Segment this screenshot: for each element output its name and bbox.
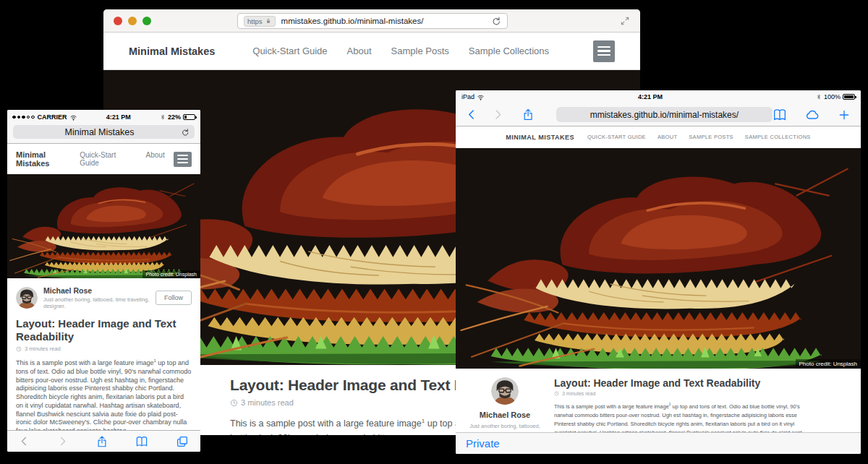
refresh-icon[interactable] xyxy=(491,16,501,26)
nav-link-quick-start[interactable]: Quick-Start Guide xyxy=(80,151,135,167)
forward-icon[interactable] xyxy=(57,436,68,447)
window-controls xyxy=(114,17,151,25)
leaves-photo xyxy=(7,174,200,278)
wifi-icon xyxy=(477,93,485,101)
refresh-icon[interactable] xyxy=(181,128,190,137)
back-icon[interactable] xyxy=(466,108,477,121)
nav-link-sample-posts[interactable]: Sample Posts xyxy=(391,46,449,56)
safari-bottom-toolbar xyxy=(7,430,200,452)
signal-strength-icon xyxy=(12,116,35,119)
carrier-label: CARRIER xyxy=(38,113,67,121)
https-label: https xyxy=(247,17,263,25)
lock-icon xyxy=(265,17,272,25)
bluetooth-icon xyxy=(160,113,166,121)
address-bar[interactable]: https mmistakes.github.io/minimal-mistak… xyxy=(237,13,508,29)
share-icon[interactable] xyxy=(95,435,109,448)
clock-icon xyxy=(230,399,238,407)
author-name: Michael Rose xyxy=(480,411,530,419)
url-text: mmistakes.github.io/minimal-mistakes/ xyxy=(590,110,739,120)
site-masthead: Minimal Mistakes Quick-Start Guide About… xyxy=(103,33,640,70)
status-time: 4:21 PM xyxy=(485,93,816,100)
battery-percent: 100% xyxy=(824,93,841,100)
post-title: Layout: Header Image and Text Readabilit… xyxy=(554,377,806,389)
forward-icon[interactable] xyxy=(492,108,503,121)
tabs-icon[interactable] xyxy=(176,435,189,448)
close-window-button[interactable] xyxy=(114,17,122,25)
status-time: 4:21 PM xyxy=(77,113,160,121)
safari-toolbar: mmistakes.github.io/minimal-mistakes/ xyxy=(456,103,861,126)
menu-button[interactable] xyxy=(174,152,192,167)
post-content: Michael Rose Just another boring, tattoo… xyxy=(7,278,200,452)
nav-link-about[interactable]: About xyxy=(347,46,372,56)
iphone-top-chrome: CARRIER 4:21 PM 22% Minimal Mistakes xyxy=(7,110,200,144)
battery-percent: 22% xyxy=(168,113,181,121)
post-meta: 3 minutes read xyxy=(554,391,806,396)
battery-icon xyxy=(843,94,855,100)
nav-link-about[interactable]: ABOUT xyxy=(658,134,677,140)
site-masthead: Minimal Mistakes Quick-Start Guide About xyxy=(7,144,200,174)
site-nav: QUICK-START GUIDE ABOUT SAMPLE POSTS SAM… xyxy=(587,134,811,140)
bookmarks-icon[interactable] xyxy=(773,108,787,122)
post-meta: 3 minutes read xyxy=(16,345,192,352)
author-bio: Just another boring, tattooed, xyxy=(469,423,540,429)
site-title[interactable]: Minimal Mistakes xyxy=(129,46,215,57)
avatar xyxy=(16,287,38,309)
clock-icon xyxy=(554,391,559,396)
ipad-safari-window: iPad 4:21 PM 100% mmistakes.github.io/mi… xyxy=(456,90,861,454)
author-name: Michael Rose xyxy=(43,286,156,295)
battery-icon xyxy=(183,114,195,120)
post-title: Layout: Header Image and Text Readabilit… xyxy=(16,317,192,343)
follow-button[interactable]: Follow xyxy=(156,291,192,305)
clock-icon xyxy=(16,346,22,352)
site-nav: Quick-Start Guide About xyxy=(80,151,165,167)
ipad-address-bar[interactable]: mmistakes.github.io/minimal-mistakes/ xyxy=(556,107,773,122)
icloud-tabs-icon[interactable] xyxy=(804,108,820,122)
iphone-address-bar[interactable]: Minimal Mistakes xyxy=(13,125,195,139)
nav-link-sample-collections[interactable]: Sample Collections xyxy=(469,46,549,56)
iphone-status-bar: CARRIER 4:21 PM 22% xyxy=(7,110,200,124)
nav-link-sample-collections[interactable]: SAMPLE COLLECTIONS xyxy=(745,134,811,140)
read-time: 3 minutes read xyxy=(25,345,61,352)
url-text: mmistakes.github.io/minimal-mistakes/ xyxy=(281,17,491,25)
new-tab-icon[interactable] xyxy=(838,108,851,121)
site-nav: Quick-Start Guide About Sample Posts Sam… xyxy=(252,46,549,56)
photo-credit: Photo credit: Unsplash xyxy=(142,270,200,278)
bookmarks-icon[interactable] xyxy=(135,435,148,448)
nav-link-sample-posts[interactable]: SAMPLE POSTS xyxy=(689,134,733,140)
author-block: Michael Rose Just another boring, tattoo… xyxy=(16,286,192,309)
device-label: iPad xyxy=(461,93,475,100)
private-label[interactable]: Private xyxy=(466,437,500,450)
private-browsing-bar: Private xyxy=(456,432,861,454)
site-masthead: MINIMAL MISTAKES QUICK-START GUIDE ABOUT… xyxy=(456,126,861,148)
author-bio: Just another boring, tattooed, time trav… xyxy=(43,296,156,309)
site-title[interactable]: MINIMAL MISTAKES xyxy=(506,134,574,141)
back-icon[interactable] xyxy=(19,436,30,447)
feature-image: Photo credit: Unsplash xyxy=(456,148,861,369)
iphone-url-row: Minimal Mistakes xyxy=(7,124,200,143)
leaves-photo xyxy=(456,148,861,369)
iphone-safari-window: CARRIER 4:21 PM 22% Minimal Mistakes Min… xyxy=(7,110,200,452)
read-time: 3 minutes read xyxy=(241,398,294,407)
wifi-icon xyxy=(69,113,77,121)
post-paragraph: This is a sample post with a large featu… xyxy=(16,358,192,435)
nav-link-quick-start[interactable]: Quick-Start Guide xyxy=(252,46,327,56)
https-badge: https xyxy=(244,16,276,27)
desktop-browser-chrome: https mmistakes.github.io/minimal-mistak… xyxy=(103,9,640,33)
read-time: 3 minutes read xyxy=(562,391,595,396)
avatar xyxy=(491,377,519,405)
menu-button[interactable] xyxy=(593,40,615,62)
feature-image: Photo credit: Unsplash xyxy=(7,174,200,278)
minimize-window-button[interactable] xyxy=(128,17,137,25)
nav-link-about[interactable]: About xyxy=(146,151,165,167)
site-title[interactable]: Minimal Mistakes xyxy=(16,150,80,168)
page-title: Minimal Mistakes xyxy=(18,127,181,137)
photo-credit: Photo credit: Unsplash xyxy=(796,359,861,369)
zoom-window-button[interactable] xyxy=(142,17,151,25)
ipad-status-bar: iPad 4:21 PM 100% xyxy=(456,90,861,103)
nav-link-quick-start[interactable]: QUICK-START GUIDE xyxy=(587,134,646,140)
bluetooth-icon xyxy=(816,93,822,100)
fullscreen-icon[interactable] xyxy=(620,16,630,26)
share-icon[interactable] xyxy=(522,108,535,121)
